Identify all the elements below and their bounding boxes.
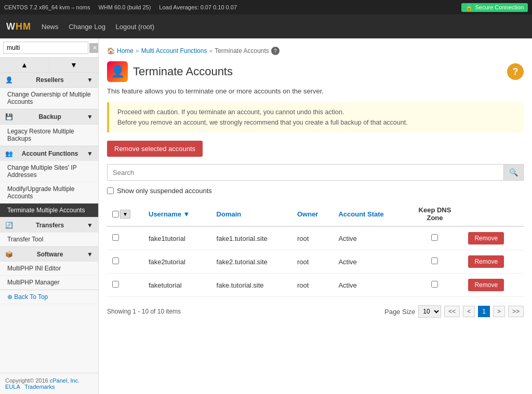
keep-dns-checkbox-2[interactable] [431,281,438,288]
page-icon: 👤 [107,61,128,82]
account-functions-label: Account Functions [22,150,78,157]
cell-domain-0: fake1.tutorial.site [211,226,292,250]
page-prev-btn[interactable]: < [463,306,475,317]
sidebar: ✕ ▲ ▼ 👤 Resellers ▼ Change Ownership of … [0,38,99,394]
th-domain[interactable]: Domain [211,202,292,226]
software-label: Software [37,251,63,258]
backup-label: Backup [38,113,61,120]
sidebar-section-transfers: 🔄 Transfers ▼ Transfer Tool [0,218,98,247]
logo: WHM [6,21,31,32]
sidebar-up-arrow[interactable]: ▲ [0,58,49,72]
sidebar-section-header-account-functions[interactable]: 👥 Account Functions ▼ [0,146,98,161]
nav-logout[interactable]: Logout (root) [116,23,154,31]
page-last-btn[interactable]: >> [508,306,524,317]
warning-line2: Before you remove an account, we strongl… [117,119,515,126]
th-select: ▼ [107,202,143,226]
breadcrumb-section[interactable]: Multi Account Functions [141,47,207,55]
sidebar-search-input[interactable] [3,42,88,54]
secure-badge: 🔒 Secure Connection [461,3,528,12]
sidebar-item-terminate-multiple[interactable]: Terminate Multiple Accounts [0,203,98,218]
resellers-icon: 👤 [5,76,13,84]
page-next-btn[interactable]: > [493,306,505,317]
th-username[interactable]: Username ▼ [143,202,211,226]
sidebar-section-change-ownership: Change Ownership of Multiple Accounts [0,88,98,110]
resellers-label: Resellers [36,76,63,84]
trademarks-link[interactable]: Trademarks [24,384,55,390]
cell-username-1: fake2tutorial [143,250,211,274]
cpanel-link[interactable]: cPanel, Inc. [50,377,79,384]
th-actions [463,202,524,226]
sidebar-section-header-backup[interactable]: 💾 Backup ▼ [0,110,98,124]
th-owner[interactable]: Owner [292,202,333,226]
eula-link[interactable]: EULA [5,384,20,390]
sidebar-item-change-multiple-ips[interactable]: Change Multiple Sites' IP Addresses [0,161,98,182]
search-button[interactable]: 🔍 [503,165,523,180]
breadcrumb-help-icon[interactable]: ? [271,47,280,55]
cell-username-0: fake1tutorial [143,226,211,250]
table-row: faketutorial fake.tutorial.site root Act… [107,274,524,297]
keep-dns-checkbox-0[interactable] [431,234,438,241]
page-size-select[interactable]: 10 25 50 [418,305,441,318]
load-averages: Load Averages: 0.07 0.10 0.07 [159,4,237,10]
sidebar-footer: Copyright© 2016 cPanel, Inc. EULA Tradem… [0,373,98,394]
backup-chevron: ▼ [87,113,93,120]
keep-dns-checkbox-1[interactable] [431,257,438,264]
th-account-state[interactable]: Account State [333,202,406,226]
cell-domain-2: fake.tutorial.site [211,274,292,297]
account-functions-icon: 👥 [5,150,13,157]
help-circle-icon[interactable]: ? [507,63,524,80]
row-checkbox-1[interactable] [112,257,119,264]
breadcrumb: 🏠 Home » Multi Account Functions » Termi… [107,47,524,55]
warning-line1: Proceed with caution. If you terminate a… [117,108,515,116]
sidebar-search-clear[interactable]: ✕ [89,43,99,53]
topbar: CENTOS 7.2 x86_64 kvm – noms WHM 60.0 (b… [0,0,532,15]
row-checkbox-0[interactable] [112,234,119,241]
sidebar-item-legacy-restore[interactable]: Legacy Restore Multiple Backups [0,125,98,146]
remove-selected-button[interactable]: Remove selected accounts [107,141,203,157]
sidebar-item-transfer-tool[interactable]: Transfer Tool [0,233,98,247]
nav-changelog[interactable]: Change Log [69,23,105,31]
remove-btn-0[interactable]: Remove [468,232,504,244]
cell-state-2: Active [333,274,406,297]
sidebar-item-modify-upgrade[interactable]: Modify/Upgrade Multiple Accounts [0,182,98,203]
header: WHM News Change Log Logout (root) [0,15,532,38]
page-size-label: Page Size [384,308,415,316]
home-icon: 🏠 [107,47,115,55]
sidebar-section-software: 📦 Software ▼ MultiPHP INI Editor MultiPH… [0,247,98,290]
select-all-checkbox[interactable] [112,211,119,218]
transfers-chevron: ▼ [87,222,93,229]
remove-btn-1[interactable]: Remove [468,255,504,268]
cell-domain-1: fake2.tutorial.site [211,250,292,274]
sidebar-down-arrow[interactable]: ▼ [49,58,98,72]
suspended-accounts-label: Show only suspended accounts [117,187,212,195]
row-checkbox-2[interactable] [112,281,119,288]
software-chevron: ▼ [87,251,93,258]
resellers-chevron: ▼ [87,76,93,84]
sidebar-back-to-top[interactable]: ⊕ Back To Top [0,290,98,304]
breadcrumb-home[interactable]: Home [117,47,134,55]
nav-news[interactable]: News [42,23,59,31]
cell-state-0: Active [333,226,406,250]
sidebar-section-legacy-restore: Legacy Restore Multiple Backups [0,125,98,146]
transfers-label: Transfers [36,222,64,229]
page-header: 👤 Terminate Accounts ? [107,61,524,82]
accounts-table: ▼ Username ▼ Domain Owner Account State … [107,202,524,297]
search-input[interactable] [108,165,503,180]
sidebar-item-change-ownership[interactable]: Change Ownership of Multiple Accounts [0,88,98,109]
sidebar-section-header-software[interactable]: 📦 Software ▼ [0,247,98,262]
page-title: Terminate Accounts [133,65,233,78]
warning-box: Proceed with caution. If you terminate a… [107,102,524,132]
page-first-btn[interactable]: << [444,306,460,317]
suspended-accounts-checkbox[interactable] [107,187,114,194]
remove-btn-2[interactable]: Remove [468,279,504,291]
page-1-btn[interactable]: 1 [478,306,490,317]
table-row: fake2tutorial fake2.tutorial.site root A… [107,250,524,274]
sidebar-section-header-resellers[interactable]: 👤 Resellers ▼ [0,73,98,87]
breadcrumb-current: Terminate Accounts [215,47,269,55]
sidebar-item-multiphp-manager[interactable]: MultiPHP Manager [0,276,98,290]
select-dropdown-button[interactable]: ▼ [120,210,130,219]
sidebar-section-header-transfers[interactable]: 🔄 Transfers ▼ [0,218,98,233]
sidebar-section-backup: 💾 Backup ▼ [0,110,98,125]
layout: ✕ ▲ ▼ 👤 Resellers ▼ Change Ownership of … [0,38,532,394]
sidebar-item-multiphp-ini[interactable]: MultiPHP INI Editor [0,262,98,276]
